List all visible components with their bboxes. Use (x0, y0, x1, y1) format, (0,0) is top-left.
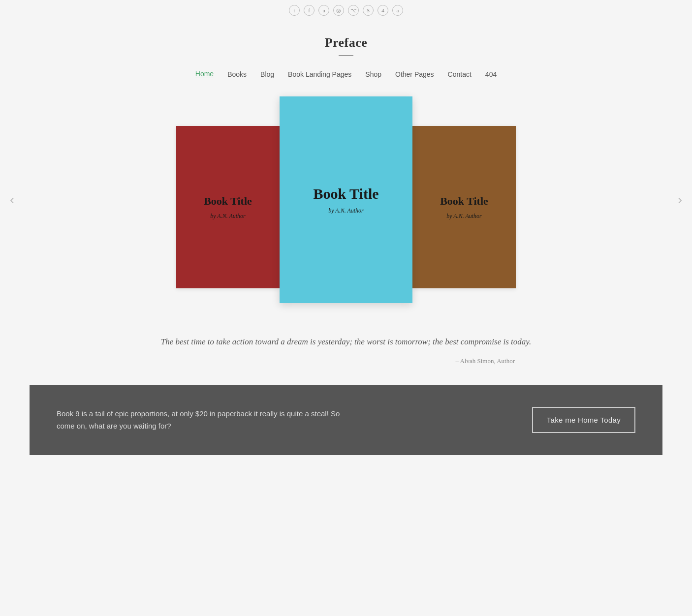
scribd-icon[interactable]: S (363, 5, 374, 16)
quote-attribution: – Alvah Simon, Author (98, 357, 594, 365)
book-author-right: by A.N. Author (446, 213, 482, 220)
prev-arrow[interactable]: ‹ (5, 187, 19, 213)
book-title-left: Book Title (204, 195, 252, 208)
social-bar: t f u ◎ ⌥ S 4 a (0, 0, 692, 21)
nav-shop[interactable]: Shop (365, 70, 381, 78)
site-header: Preface (0, 21, 692, 61)
bottom-space (0, 455, 692, 485)
book-cover-left: Book Title by A.N. Author (176, 126, 280, 288)
header-divider (339, 55, 353, 56)
dribbble-icon[interactable]: ◎ (333, 5, 344, 16)
quote-section: The best time to take action toward a dr… (0, 310, 692, 385)
nav-home[interactable]: Home (195, 70, 214, 78)
book-cover-center: Book Title by A.N. Author (280, 96, 412, 303)
book-slider: ‹ Book Title by A.N. Author Book Title b… (0, 89, 692, 310)
book-card-right[interactable]: Book Title by A.N. Author (412, 126, 516, 288)
nav-book-landing[interactable]: Book Landing Pages (288, 70, 351, 78)
book-card-left[interactable]: Book Title by A.N. Author (176, 126, 280, 288)
nav-blog[interactable]: Blog (260, 70, 274, 78)
book-author-left: by A.N. Author (210, 213, 246, 220)
next-arrow[interactable]: › (673, 187, 687, 213)
main-nav: Home Books Blog Book Landing Pages Shop … (0, 61, 692, 89)
tumblr-icon[interactable]: u (318, 5, 329, 16)
nav-other-pages[interactable]: Other Pages (395, 70, 434, 78)
nav-books[interactable]: Books (227, 70, 247, 78)
quote-text: The best time to take action toward a dr… (98, 335, 594, 349)
book-author-center: by A.N. Author (328, 207, 364, 215)
cta-button[interactable]: Take me Home Today (532, 407, 635, 433)
slider-wrapper: Book Title by A.N. Author Book Title by … (161, 96, 531, 303)
book-title-right: Book Title (440, 195, 488, 208)
cta-section: Book 9 is a tail of epic proportions, at… (30, 385, 662, 455)
book-cover-right: Book Title by A.N. Author (412, 126, 516, 288)
site-title: Preface (0, 35, 692, 50)
twitter-icon[interactable]: t (289, 5, 300, 16)
foursquare-icon[interactable]: 4 (377, 5, 388, 16)
facebook-icon[interactable]: f (304, 5, 315, 16)
amazon-icon[interactable]: a (392, 5, 403, 16)
github-icon[interactable]: ⌥ (348, 5, 359, 16)
cta-description: Book 9 is a tail of epic proportions, at… (57, 407, 342, 432)
nav-contact[interactable]: Contact (448, 70, 472, 78)
book-title-center: Book Title (313, 185, 378, 202)
nav-404[interactable]: 404 (485, 70, 497, 78)
book-card-center[interactable]: Book Title by A.N. Author (280, 96, 412, 303)
